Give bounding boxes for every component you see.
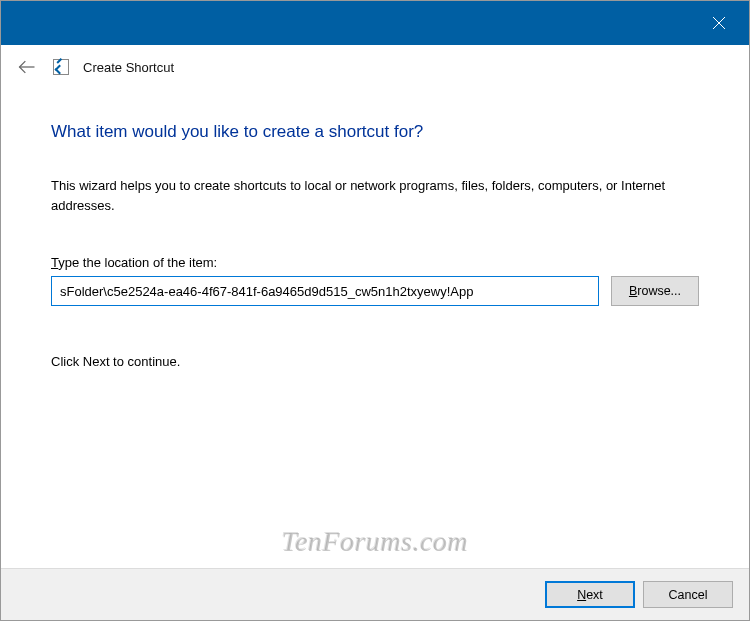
wizard-footer: Next Cancel bbox=[1, 568, 749, 620]
location-row: Browse... bbox=[51, 276, 699, 306]
close-icon bbox=[713, 17, 725, 29]
close-button[interactable] bbox=[699, 8, 739, 38]
back-arrow-icon bbox=[17, 58, 37, 76]
next-button[interactable]: Next bbox=[545, 581, 635, 608]
location-label: Type the location of the item: bbox=[51, 255, 699, 270]
browse-button[interactable]: Browse... bbox=[611, 276, 699, 306]
wizard-header: Create Shortcut bbox=[1, 45, 749, 94]
page-description: This wizard helps you to create shortcut… bbox=[51, 176, 699, 215]
wizard-title: Create Shortcut bbox=[83, 60, 174, 75]
location-input[interactable] bbox=[51, 276, 599, 306]
wizard-content: What item would you like to create a sho… bbox=[1, 94, 749, 369]
page-heading: What item would you like to create a sho… bbox=[51, 122, 699, 142]
watermark: TenForums.com bbox=[1, 526, 749, 558]
titlebar bbox=[1, 1, 749, 45]
back-button[interactable] bbox=[15, 55, 39, 79]
shortcut-icon bbox=[53, 59, 69, 75]
cancel-button[interactable]: Cancel bbox=[643, 581, 733, 608]
continue-text: Click Next to continue. bbox=[51, 354, 699, 369]
